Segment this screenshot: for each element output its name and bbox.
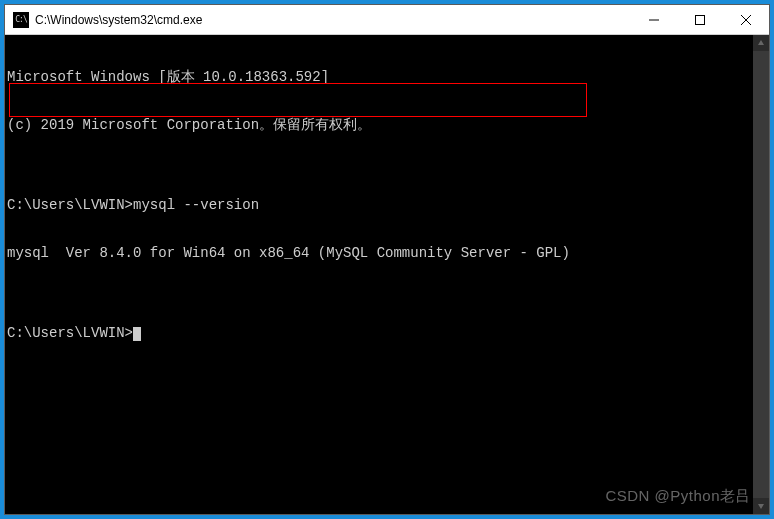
scrollbar-thumb[interactable] xyxy=(753,51,769,498)
maximize-button[interactable] xyxy=(677,5,723,34)
prompt: C:\Users\LVWIN> xyxy=(7,197,133,213)
scrollbar-vertical[interactable] xyxy=(753,35,769,514)
command-text: mysql --version xyxy=(133,197,259,213)
svg-marker-4 xyxy=(758,40,764,45)
cursor xyxy=(133,327,141,341)
svg-marker-5 xyxy=(758,504,764,509)
titlebar[interactable]: C:\ C:\Windows\system32\cmd.exe xyxy=(5,5,769,35)
window-controls xyxy=(631,5,769,34)
minimize-button[interactable] xyxy=(631,5,677,34)
terminal-line: Microsoft Windows [版本 10.0.18363.592] xyxy=(7,69,767,85)
cmd-window: C:\ C:\Windows\system32\cmd.exe Microsof… xyxy=(4,4,770,515)
highlight-annotation xyxy=(9,83,587,117)
prompt: C:\Users\LVWIN> xyxy=(7,325,133,341)
window-title: C:\Windows\system32\cmd.exe xyxy=(35,13,631,27)
scroll-up-button[interactable] xyxy=(753,35,769,51)
terminal-output: mysql Ver 8.4.0 for Win64 on x86_64 (MyS… xyxy=(7,245,767,261)
terminal-line: (c) 2019 Microsoft Corporation。保留所有权利。 xyxy=(7,117,767,133)
terminal-line: C:\Users\LVWIN> xyxy=(7,325,767,341)
scroll-down-button[interactable] xyxy=(753,498,769,514)
svg-rect-1 xyxy=(696,15,705,24)
close-button[interactable] xyxy=(723,5,769,34)
terminal-line: C:\Users\LVWIN>mysql --version xyxy=(7,197,767,213)
cmd-icon: C:\ xyxy=(13,12,29,28)
terminal[interactable]: Microsoft Windows [版本 10.0.18363.592] (c… xyxy=(5,35,769,514)
scrollbar-track[interactable] xyxy=(753,51,769,498)
watermark: CSDN @Python老吕 xyxy=(605,488,751,504)
